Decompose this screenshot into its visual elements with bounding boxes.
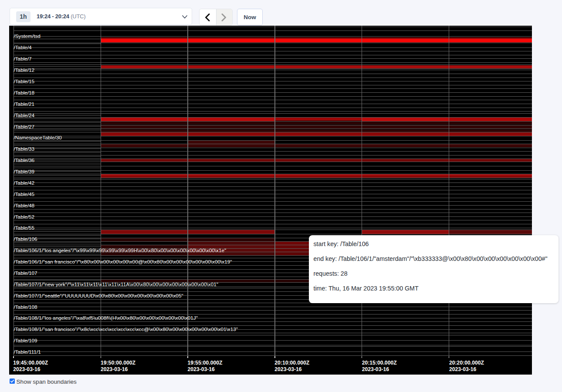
svg-text:2023-03-16: 2023-03-16	[101, 366, 128, 372]
svg-text:/Table/107: /Table/107	[14, 270, 37, 276]
svg-text:/Table/52: /Table/52	[14, 214, 35, 220]
svg-text:2023-03-16: 2023-03-16	[188, 366, 215, 372]
svg-text:2023-03-16: 2023-03-16	[449, 366, 477, 372]
svg-text:/Table/36: /Table/36	[14, 157, 35, 163]
svg-text:/Table/106/1/"los angeles"/"\x: /Table/106/1/"los angeles"/"\x99\x99\x99…	[14, 247, 227, 253]
svg-text:/Table/42: /Table/42	[14, 180, 35, 186]
svg-text:/Table/108/1/"los angeles"/"\x: /Table/108/1/"los angeles"/"\xa8\xf5\u00…	[14, 315, 198, 321]
svg-text:/Table/109: /Table/109	[14, 338, 37, 343]
svg-text:20:20:00.000Z: 20:20:00.000Z	[449, 360, 484, 366]
svg-text:/Table/4: /Table/4	[14, 44, 32, 50]
svg-text:/Table/108: /Table/108	[14, 304, 38, 310]
svg-text:/Table/48: /Table/48	[14, 203, 35, 208]
svg-text:2023-03-16: 2023-03-16	[362, 366, 389, 372]
svg-text:/Table/106/1/"san francisco"/": /Table/106/1/"san francisco"/"\x80\x00\x…	[14, 259, 232, 264]
svg-text:19:55:00.000Z: 19:55:00.000Z	[188, 360, 223, 366]
svg-text:/Table/108/1/"san francisco"/": /Table/108/1/"san francisco"/"\x8c\xcc\x…	[14, 326, 238, 332]
svg-text:/Table/33: /Table/33	[14, 146, 35, 152]
svg-text:/Table/107/1/"seattle"/"UUUUUU: /Table/107/1/"seattle"/"UUUUUUUD\x00\x80…	[14, 293, 183, 298]
svg-text:20:10:00.000Z: 20:10:00.000Z	[274, 360, 310, 366]
svg-text:/Table/24: /Table/24	[14, 112, 35, 118]
svg-text:/Table/27: /Table/27	[14, 124, 35, 129]
svg-text:/Table/12: /Table/12	[14, 67, 35, 73]
svg-text:/Table/18: /Table/18	[14, 90, 35, 95]
svg-text:2023-03-16: 2023-03-16	[274, 366, 302, 372]
svg-text:/NamespaceTable/30: /NamespaceTable/30	[14, 135, 62, 140]
svg-text:/Table/39: /Table/39	[14, 169, 35, 174]
svg-text:/Table/21: /Table/21	[14, 101, 35, 107]
svg-text:19:50:00.000Z: 19:50:00.000Z	[101, 360, 136, 366]
svg-text:/Table/107/1/"new york"/"\x11\: /Table/107/1/"new york"/"\x11\x11\x11\x1…	[14, 281, 218, 287]
svg-text:/Table/55: /Table/55	[14, 225, 35, 230]
svg-text:/Table/15: /Table/15	[14, 78, 35, 84]
svg-text:/Table/7: /Table/7	[14, 56, 32, 61]
svg-text:/Table/111/1: /Table/111/1	[14, 349, 41, 355]
svg-text:/Table/106: /Table/106	[14, 236, 38, 242]
svg-text:/System/tsd: /System/tsd	[14, 33, 41, 39]
svg-text:/Table/45: /Table/45	[14, 191, 35, 197]
svg-text:20:15:00.000Z: 20:15:00.000Z	[362, 360, 397, 366]
svg-text:2023-03-16: 2023-03-16	[13, 366, 41, 372]
svg-text:19:45:00.000Z: 19:45:00.000Z	[13, 360, 48, 366]
